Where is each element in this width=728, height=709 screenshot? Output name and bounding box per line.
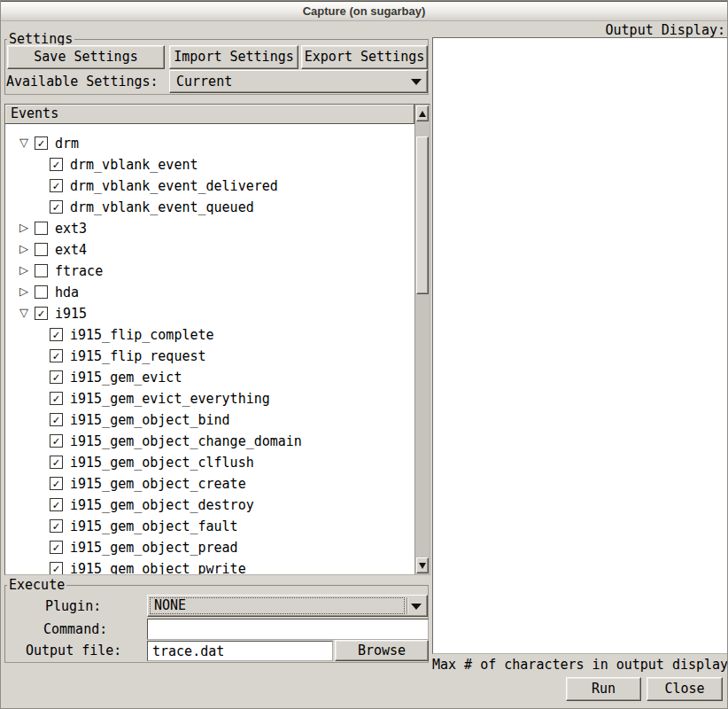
event-checkbox[interactable]: ✓ bbox=[50, 434, 63, 448]
event-checkbox[interactable]: ✓ bbox=[50, 328, 63, 341]
tree-row[interactable]: ✓i915_gem_object_fault bbox=[5, 516, 414, 537]
scrollbar-thumb[interactable] bbox=[416, 136, 429, 294]
arrow-up-icon bbox=[419, 111, 426, 117]
event-label: i915_flip_complete bbox=[70, 324, 214, 346]
tree-row[interactable]: ▽✓drm bbox=[5, 133, 414, 154]
window-title: Capture (on sugarbay) bbox=[303, 4, 426, 18]
tree-row[interactable]: ✓i915_gem_object_bind bbox=[5, 409, 414, 431]
plugin-value: NONE bbox=[154, 596, 186, 616]
expander-open-icon[interactable]: ▽ bbox=[18, 305, 30, 321]
event-label: i915_gem_evict bbox=[70, 367, 182, 388]
event-checkbox[interactable]: ✓ bbox=[50, 562, 63, 574]
events-list: Events ▽✓drm✓drm_vblank_event✓drm_vblank… bbox=[4, 104, 430, 575]
events-rows: ▽✓drm✓drm_vblank_event✓drm_vblank_event_… bbox=[5, 133, 414, 574]
event-checkbox[interactable] bbox=[35, 243, 48, 256]
event-label: i915_flip_request bbox=[70, 346, 206, 367]
tree-row[interactable]: ▽✓i915 bbox=[5, 303, 414, 324]
tree-row[interactable]: ✓drm_vblank_event_queued bbox=[5, 197, 414, 218]
command-input[interactable] bbox=[147, 619, 429, 640]
events-scrollbar[interactable] bbox=[414, 105, 430, 574]
event-label: drm bbox=[55, 133, 79, 154]
expander-closed-icon[interactable]: ▷ bbox=[18, 284, 30, 300]
focus-outline bbox=[150, 597, 405, 614]
capture-window: Capture (on sugarbay) Settings Save Sett… bbox=[0, 0, 728, 709]
tree-row[interactable]: ✓drm_vblank_event_delivered bbox=[5, 175, 414, 197]
event-checkbox[interactable]: ✓ bbox=[35, 307, 48, 320]
browse-button[interactable]: Browse bbox=[335, 640, 429, 661]
tree-row[interactable]: ✓i915_flip_complete bbox=[5, 324, 414, 346]
event-label: i915_gem_object_change_domain bbox=[70, 431, 302, 452]
export-settings-button[interactable]: Export Settings bbox=[301, 45, 428, 69]
events-column-header[interactable]: Events bbox=[5, 105, 414, 124]
plugin-label: Plugin: bbox=[45, 596, 101, 617]
event-checkbox[interactable]: ✓ bbox=[50, 519, 63, 533]
event-label: ext4 bbox=[55, 239, 87, 261]
scroll-up-button[interactable] bbox=[416, 105, 429, 121]
tree-row[interactable]: ✓i915_gem_object_clflush bbox=[5, 452, 414, 473]
tree-row[interactable]: ▷hda bbox=[5, 282, 414, 303]
tree-row[interactable]: ▷ext4 bbox=[5, 239, 414, 261]
import-settings-button[interactable]: Import Settings bbox=[169, 45, 298, 69]
combo-separator bbox=[407, 597, 407, 614]
window-titlebar[interactable]: Capture (on sugarbay) bbox=[1, 1, 727, 21]
available-settings-label: Available Settings: bbox=[6, 71, 159, 92]
tree-row[interactable]: ✓drm_vblank_event bbox=[5, 154, 414, 175]
event-label: i915_gem_object_bind bbox=[70, 409, 230, 431]
command-label: Command: bbox=[43, 619, 107, 640]
event-label: ext3 bbox=[55, 218, 87, 239]
event-label: i915_gem_object_create bbox=[70, 473, 246, 495]
event-checkbox[interactable] bbox=[35, 264, 48, 277]
event-label: ftrace bbox=[55, 261, 103, 282]
event-label: drm_vblank_event_queued bbox=[70, 197, 254, 218]
expander-closed-icon[interactable]: ▷ bbox=[18, 241, 30, 257]
event-label: i915 bbox=[55, 303, 87, 324]
tree-row[interactable]: ✓i915_gem_object_pwrite bbox=[5, 558, 414, 574]
scroll-down-button[interactable] bbox=[416, 557, 429, 573]
tree-row[interactable]: ✓i915_gem_evict bbox=[5, 367, 414, 388]
output-file-input[interactable] bbox=[147, 641, 333, 661]
event-checkbox[interactable]: ✓ bbox=[50, 370, 63, 384]
event-checkbox[interactable]: ✓ bbox=[50, 413, 63, 426]
event-label: drm_vblank_event bbox=[70, 154, 198, 175]
event-checkbox[interactable] bbox=[35, 285, 48, 299]
tree-row[interactable]: ✓i915_gem_object_change_domain bbox=[5, 431, 414, 452]
expander-closed-icon[interactable]: ▷ bbox=[18, 262, 30, 278]
event-label: drm_vblank_event_delivered bbox=[70, 175, 278, 197]
output-display-area[interactable] bbox=[432, 37, 728, 654]
output-file-label: Output file: bbox=[26, 640, 121, 661]
event-checkbox[interactable]: ✓ bbox=[50, 541, 63, 554]
event-checkbox[interactable]: ✓ bbox=[50, 179, 63, 192]
tree-row[interactable]: ✓i915_gem_object_pread bbox=[5, 537, 414, 558]
tree-row[interactable]: ✓i915_gem_evict_everything bbox=[5, 388, 414, 409]
save-settings-button[interactable]: Save Settings bbox=[7, 45, 165, 69]
close-button[interactable]: Close bbox=[647, 677, 723, 701]
plugin-combo[interactable]: NONE bbox=[147, 595, 428, 617]
event-checkbox[interactable]: ✓ bbox=[50, 158, 63, 171]
tree-row[interactable]: ✓i915_gem_object_create bbox=[5, 473, 414, 495]
event-checkbox[interactable]: ✓ bbox=[50, 200, 63, 214]
event-label: i915_gem_object_destroy bbox=[70, 495, 254, 516]
event-label: i915_gem_evict_everything bbox=[70, 388, 270, 409]
event-checkbox[interactable]: ✓ bbox=[50, 456, 63, 469]
event-checkbox[interactable]: ✓ bbox=[35, 136, 48, 150]
event-label: hda bbox=[55, 282, 79, 303]
available-settings-combo[interactable]: Current bbox=[169, 70, 428, 93]
expander-open-icon[interactable]: ▽ bbox=[18, 135, 30, 151]
tree-row[interactable]: ▷ftrace bbox=[5, 261, 414, 282]
available-settings-value: Current bbox=[176, 71, 232, 92]
event-checkbox[interactable] bbox=[35, 222, 48, 235]
output-display-label: Output Display: bbox=[606, 22, 725, 38]
event-checkbox[interactable]: ✓ bbox=[50, 349, 63, 362]
execute-frame-label: Execute bbox=[7, 577, 66, 593]
tree-row[interactable]: ✓i915_gem_object_destroy bbox=[5, 495, 414, 516]
event-label: i915_gem_object_pread bbox=[70, 537, 238, 558]
tree-row[interactable]: ▷ext3 bbox=[5, 218, 414, 239]
tree-row[interactable]: ✓i915_flip_request bbox=[5, 346, 414, 367]
event-label: i915_gem_object_pwrite bbox=[70, 558, 246, 574]
chevron-down-icon bbox=[411, 79, 422, 85]
event-checkbox[interactable]: ✓ bbox=[50, 477, 63, 490]
event-checkbox[interactable]: ✓ bbox=[50, 392, 63, 405]
run-button[interactable]: Run bbox=[566, 677, 641, 701]
event-checkbox[interactable]: ✓ bbox=[50, 498, 63, 511]
expander-closed-icon[interactable]: ▷ bbox=[18, 220, 30, 236]
